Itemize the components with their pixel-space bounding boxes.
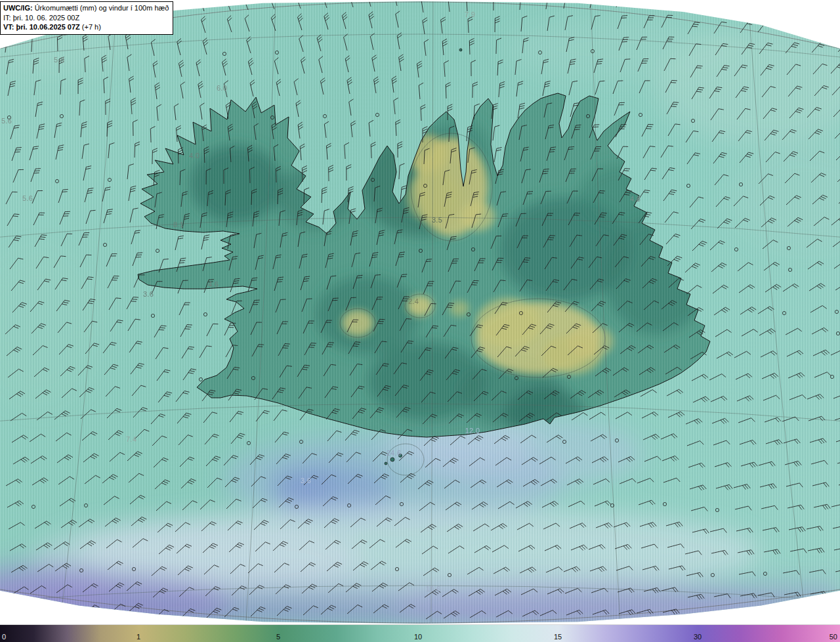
init-time-line: IT: þri. 10. 06. 2025 00Z	[3, 13, 169, 23]
colorbar-tick-label: 15	[554, 633, 562, 641]
init-value: þri. 10. 06. 2025 00Z	[13, 14, 80, 22]
valid-value: þri. 10.06.2025 07Z	[16, 23, 80, 31]
colorbar-tick-label: 5	[276, 633, 280, 641]
init-label: IT:	[3, 14, 11, 22]
map-title-box: UWC/IG: Úrkomumætti (mm) og vindur í 100…	[0, 1, 173, 35]
precip-colorbar: 01510153050	[0, 624, 840, 642]
weather-map-stage: 7.95.85.66.05.64.08.14.83.54.63.62.47.41…	[0, 0, 840, 642]
colorbar-tick-label: 50	[830, 633, 837, 641]
colorbar-tick-label: 10	[414, 633, 422, 641]
valid-label: VT:	[3, 23, 14, 31]
map-canvas	[0, 0, 840, 624]
colorbar-tick-label: 1	[136, 633, 140, 641]
title-line: UWC/IG: Úrkomumætti (mm) og vindur í 100…	[3, 3, 169, 13]
model-source: UWC/IG:	[3, 4, 33, 12]
valid-time-line: VT: þri. 10.06.2025 07Z (+7 h)	[3, 22, 169, 32]
colorbar-tick-label: 30	[694, 633, 702, 641]
map-title: Úrkomumætti (mm) og vindur í 100m hæð	[35, 4, 169, 12]
colorbar-tick-label: 0	[2, 633, 6, 641]
map-area: 7.95.85.66.05.64.08.14.83.54.63.62.47.41…	[0, 0, 840, 624]
valid-offset: (+7 h)	[82, 23, 101, 31]
